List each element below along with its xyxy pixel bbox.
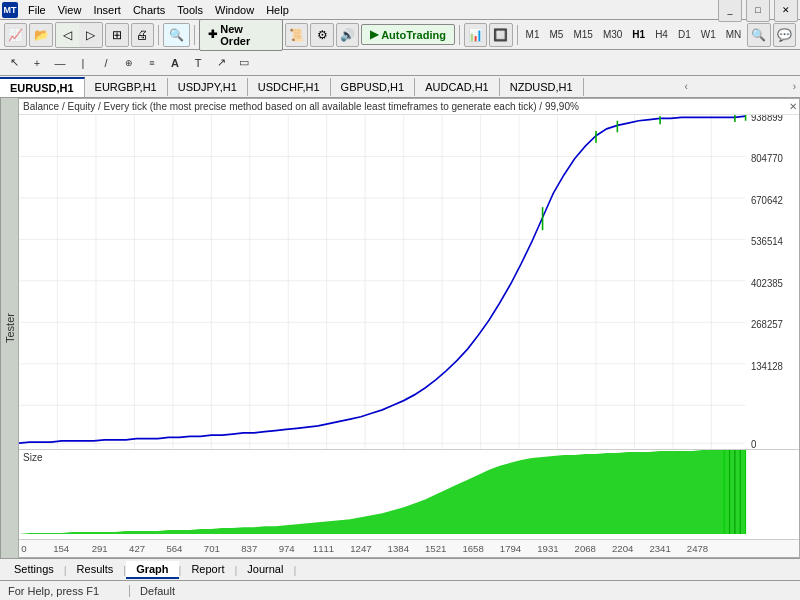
tf-h4[interactable]: H4 xyxy=(651,27,672,42)
svg-text:0: 0 xyxy=(21,545,26,554)
y-label-268257: 268257 xyxy=(751,319,783,330)
minimize-btn[interactable]: _ xyxy=(718,0,742,22)
tab-graph[interactable]: Graph xyxy=(126,561,178,579)
chart-container: Balance / Equity / Every tick (the most … xyxy=(18,98,800,558)
hline-tool[interactable]: — xyxy=(50,53,70,73)
zoom-in-btn[interactable]: 🔍 xyxy=(163,23,190,47)
chart-legend-text: Balance / Equity / Every tick (the most … xyxy=(23,101,579,112)
svg-text:564: 564 xyxy=(166,545,182,554)
svg-text:1521: 1521 xyxy=(425,545,446,554)
size-chart-area[interactable]: Size xyxy=(19,449,799,539)
channel-tool[interactable]: ⊕ xyxy=(119,53,139,73)
y-label-670642: 670642 xyxy=(751,194,783,205)
tf-m30[interactable]: M30 xyxy=(599,27,626,42)
sep4 xyxy=(517,25,518,45)
drawing-toolbar: ↖ + — | / ⊕ ≡ A T ↗ ▭ xyxy=(0,50,800,76)
new-chart-icon: 📈 xyxy=(8,28,23,42)
history-center-btn[interactable]: 📜 xyxy=(285,23,308,47)
tab-usdjpy-h1[interactable]: USDJPY,H1 xyxy=(168,78,248,96)
tf-m5[interactable]: M5 xyxy=(546,27,568,42)
vline-tool[interactable]: | xyxy=(73,53,93,73)
svg-text:1384: 1384 xyxy=(388,545,409,554)
tf-mn[interactable]: MN xyxy=(722,27,746,42)
maximize-btn[interactable]: □ xyxy=(746,0,770,22)
menu-charts[interactable]: Charts xyxy=(127,2,171,18)
print-btn[interactable]: 🖨 xyxy=(131,23,154,47)
tab-nzdusd-h1[interactable]: NZDUSD,H1 xyxy=(500,78,584,96)
new-order-button[interactable]: ✚ New Order xyxy=(199,19,283,51)
indicators-btn[interactable]: 📊 xyxy=(464,23,487,47)
forward-btn[interactable]: ▷ xyxy=(79,23,102,47)
tab-usdchf-h1[interactable]: USDCHF,H1 xyxy=(248,78,331,96)
comment-btn[interactable]: 💬 xyxy=(773,23,796,47)
y-label-402385: 402385 xyxy=(751,277,783,288)
tf-w1[interactable]: W1 xyxy=(697,27,720,42)
menu-view[interactable]: View xyxy=(52,2,88,18)
menu-help[interactable]: Help xyxy=(260,2,295,18)
menu-bar: MT File View Insert Charts Tools Window … xyxy=(0,0,800,20)
tf-m15[interactable]: M15 xyxy=(569,27,596,42)
cursor-tool[interactable]: ↖ xyxy=(4,53,24,73)
svg-text:2478: 2478 xyxy=(687,545,708,554)
open-btn[interactable]: 📂 xyxy=(29,23,52,47)
menu-window[interactable]: Window xyxy=(209,2,260,18)
tline-tool[interactable]: / xyxy=(96,53,116,73)
y-label-134128: 134128 xyxy=(751,360,783,371)
tab-gbpusd-h1[interactable]: GBPUSD,H1 xyxy=(331,78,416,96)
new-order-icon: ✚ xyxy=(208,28,217,41)
size-chart-path xyxy=(19,450,746,534)
y-label-0: 0 xyxy=(751,439,757,449)
tab-settings[interactable]: Settings xyxy=(4,561,64,579)
tab-results[interactable]: Results xyxy=(67,561,124,579)
chart-close-btn[interactable]: ✕ xyxy=(789,101,797,112)
compile-btn[interactable]: ⚙ xyxy=(310,23,333,47)
tab-journal[interactable]: Journal xyxy=(237,561,293,579)
window-close-btn[interactable]: ✕ xyxy=(774,0,798,22)
y-label-536514: 536514 xyxy=(751,236,783,247)
symbol-tabs-bar: EURUSD,H1 EURGBP,H1 USDJPY,H1 USDCHF,H1 … xyxy=(0,76,800,98)
label-tool-T[interactable]: T xyxy=(188,53,208,73)
search-btn[interactable]: 🔍 xyxy=(747,23,770,47)
objects-btn[interactable]: 🔲 xyxy=(489,23,512,47)
tab-sep-5: | xyxy=(293,564,296,576)
sep2 xyxy=(194,25,195,45)
main-chart-area[interactable]: 938899 804770 670642 536514 402385 26825… xyxy=(19,115,799,449)
main-area: Tester Balance / Equity / Every tick (th… xyxy=(0,98,800,558)
tabs-scroll-right[interactable]: › xyxy=(789,81,800,92)
crosshair-tool[interactable]: + xyxy=(27,53,47,73)
text-tool-A[interactable]: A xyxy=(165,53,185,73)
sound-btn[interactable]: 🔊 xyxy=(336,23,359,47)
tab-audcad-h1[interactable]: AUDCAD,H1 xyxy=(415,78,500,96)
tf-d1[interactable]: D1 xyxy=(674,27,695,42)
status-bar: For Help, press F1 Default xyxy=(0,580,800,600)
tab-eurgbp-h1[interactable]: EURGBP,H1 xyxy=(85,78,168,96)
x-axis: 0 154 291 427 564 701 837 974 1111 1247 … xyxy=(19,539,799,557)
arrow-tool[interactable]: ↗ xyxy=(211,53,231,73)
y-label-938899: 938899 xyxy=(751,115,783,123)
profiles-btn[interactable]: ⊞ xyxy=(105,23,128,47)
svg-text:974: 974 xyxy=(279,545,295,554)
menu-tools[interactable]: Tools xyxy=(171,2,209,18)
fibo-tool[interactable]: ≡ xyxy=(142,53,162,73)
default-text: Default xyxy=(140,585,175,597)
svg-text:1931: 1931 xyxy=(537,545,558,554)
rectangle-tool[interactable]: ▭ xyxy=(234,53,254,73)
help-text: For Help, press F1 xyxy=(8,585,99,597)
open-icon: 📂 xyxy=(34,28,49,42)
new-chart-btn[interactable]: 📈 xyxy=(4,23,27,47)
menu-file[interactable]: File xyxy=(22,2,52,18)
tab-report[interactable]: Report xyxy=(181,561,234,579)
svg-text:154: 154 xyxy=(53,545,69,554)
chart-legend: Balance / Equity / Every tick (the most … xyxy=(19,99,799,115)
tf-m1[interactable]: M1 xyxy=(522,27,544,42)
autotrading-icon: ▶ xyxy=(370,28,378,41)
menu-insert[interactable]: Insert xyxy=(87,2,127,18)
tf-h1[interactable]: H1 xyxy=(628,27,649,42)
svg-text:2341: 2341 xyxy=(649,545,670,554)
tab-eurusd-h1[interactable]: EURUSD,H1 xyxy=(0,77,85,97)
size-chart-svg xyxy=(19,450,799,539)
autotrading-button[interactable]: ▶ AutoTrading xyxy=(361,24,455,45)
tester-sidebar-label[interactable]: Tester xyxy=(0,98,18,558)
tabs-scroll-left[interactable]: ‹ xyxy=(681,81,692,92)
back-btn[interactable]: ◁ xyxy=(56,23,79,47)
